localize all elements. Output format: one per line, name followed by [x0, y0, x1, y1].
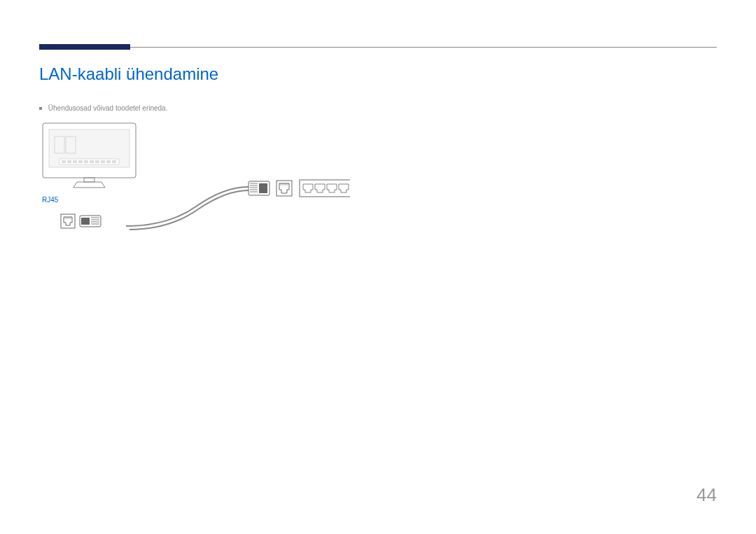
- bullet-icon: [39, 107, 42, 110]
- page-number: 44: [696, 484, 717, 506]
- svg-rect-15: [84, 178, 94, 182]
- svg-rect-16: [61, 214, 75, 228]
- header-divider: [39, 47, 717, 48]
- svg-rect-14: [112, 160, 116, 163]
- svg-rect-13: [106, 160, 111, 163]
- device-ports-icon: [60, 213, 102, 229]
- section-title: LAN-kaabli ühendamine: [39, 64, 218, 84]
- svg-rect-29: [259, 183, 267, 193]
- port-label: RJ45: [42, 196, 58, 204]
- connection-diagram: RJ45: [42, 122, 350, 241]
- svg-rect-9: [84, 160, 88, 163]
- svg-rect-23: [81, 218, 90, 225]
- monitor-rear-icon: [42, 122, 136, 189]
- svg-rect-12: [101, 160, 105, 163]
- svg-rect-35: [276, 181, 292, 196]
- header-accent-bar: [39, 44, 130, 50]
- svg-rect-10: [90, 160, 94, 163]
- svg-rect-8: [78, 160, 83, 163]
- svg-rect-6: [67, 160, 71, 163]
- note-line: Ühendusosad võivad toodetel erineda.: [39, 104, 167, 112]
- svg-rect-5: [62, 160, 66, 163]
- cable-assembly-icon: [126, 178, 350, 234]
- note-text: Ühendusosad võivad toodetel erineda.: [48, 104, 168, 112]
- svg-rect-7: [73, 160, 77, 163]
- svg-rect-11: [95, 160, 99, 163]
